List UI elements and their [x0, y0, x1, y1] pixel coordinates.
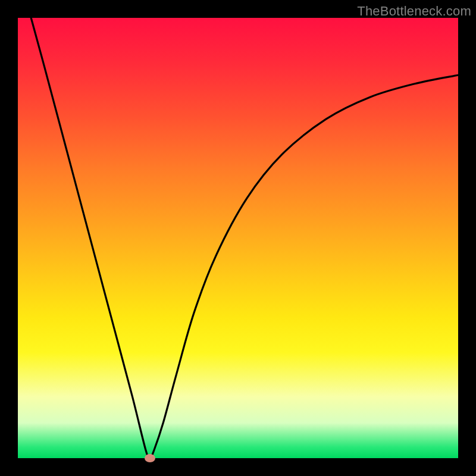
chart-canvas: TheBottleneck.com — [0, 0, 476, 476]
plot-area — [18, 18, 458, 458]
optimal-point-marker — [145, 454, 155, 462]
watermark: TheBottleneck.com — [357, 4, 471, 19]
bottleneck-curve — [18, 18, 458, 458]
